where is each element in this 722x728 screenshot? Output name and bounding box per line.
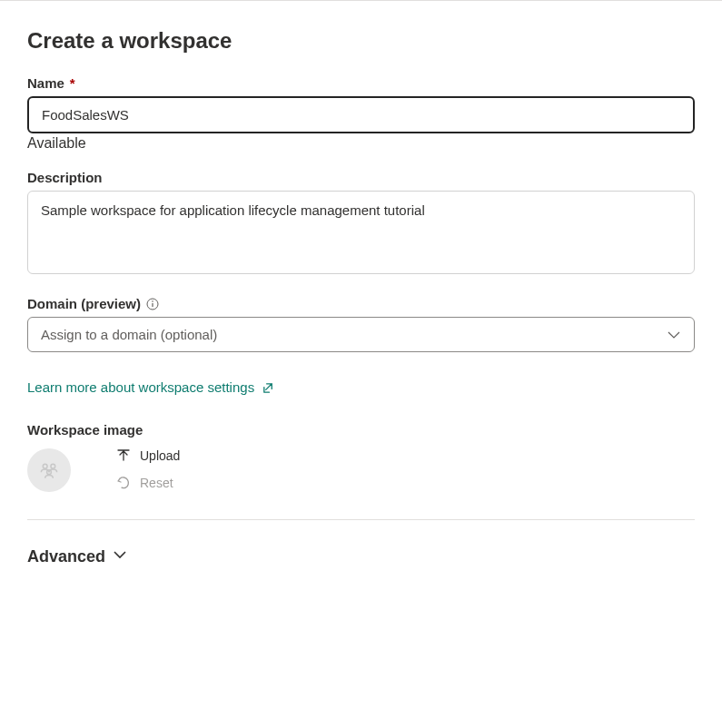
name-field-group: Name * Available [27,75,695,152]
chevron-down-icon [667,328,681,342]
domain-label-text: Domain (preview) [27,296,141,311]
people-icon [37,458,61,482]
learn-more-text: Learn more about workspace settings [27,379,254,395]
svg-point-4 [51,464,55,468]
upload-icon [116,448,131,463]
learn-more-link[interactable]: Learn more about workspace settings [27,379,274,395]
description-label-text: Description [27,170,103,185]
external-link-icon [262,381,274,394]
advanced-toggle[interactable]: Advanced [27,547,127,566]
name-label-text: Name [27,75,64,91]
description-label: Description [27,170,695,185]
workspace-image-label: Workspace image [27,422,695,438]
divider [27,519,695,520]
name-input[interactable] [27,96,695,133]
reset-label: Reset [140,476,173,490]
domain-placeholder-text: Assign to a domain (optional) [41,327,217,342]
domain-label: Domain (preview) [27,296,695,311]
description-field-group: Description Sample workspace for applica… [27,170,695,278]
reset-icon [116,476,131,490]
workspace-image-actions: Upload Reset [116,448,180,490]
workspace-image-label-text: Workspace image [27,422,143,438]
domain-select[interactable]: Assign to a domain (optional) [27,317,695,352]
name-availability-text: Available [27,135,695,152]
required-asterisk: * [70,75,75,91]
upload-label: Upload [140,448,180,463]
description-input[interactable]: Sample workspace for application lifecyc… [27,191,695,274]
workspace-image-row: Upload Reset [27,448,695,492]
name-label: Name * [27,75,695,91]
info-icon[interactable] [146,298,159,310]
workspace-avatar-placeholder [27,448,71,492]
svg-point-1 [152,300,153,302]
svg-point-3 [43,464,47,468]
upload-button[interactable]: Upload [116,448,180,463]
page-title: Create a workspace [27,28,695,54]
chevron-down-icon [113,547,127,566]
domain-field-group: Domain (preview) Assign to a domain (opt… [27,296,695,352]
advanced-label: Advanced [27,547,105,566]
workspace-image-section: Workspace image Upload [27,422,695,492]
reset-button: Reset [116,476,180,490]
